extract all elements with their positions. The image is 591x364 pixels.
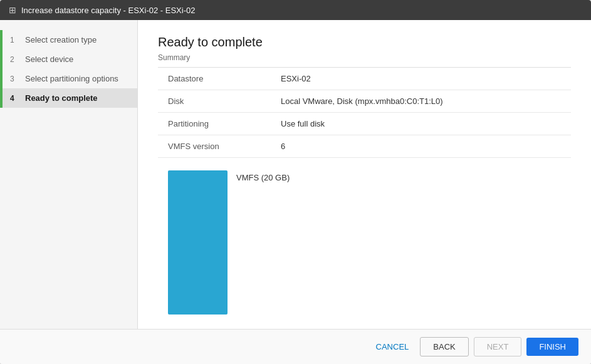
- page-title: Ready to complete: [158, 35, 571, 49]
- step-3-num: 3: [10, 75, 19, 83]
- next-button: NEXT: [474, 337, 522, 356]
- step-1-bar: [0, 30, 3, 49]
- table-cell-key: Disk: [158, 90, 271, 113]
- title-bar: ⊞ Increase datastore capacity - ESXi-02 …: [0, 0, 591, 20]
- step-2-bar: [0, 49, 3, 69]
- sidebar-step-4[interactable]: 4 Ready to complete: [0, 88, 137, 108]
- window-icon: ⊞: [9, 5, 16, 15]
- summary-table: DatastoreESXi-02DiskLocal VMware, Disk (…: [158, 68, 571, 158]
- step-3-bar: [0, 69, 3, 88]
- step-4-label: Ready to complete: [25, 93, 98, 103]
- summary-label: Summary: [158, 53, 571, 68]
- step-4-bar: [0, 88, 3, 108]
- table-cell-key: Datastore: [158, 68, 271, 90]
- sidebar: 1 Select creation type 2 Select device 3…: [0, 20, 138, 329]
- table-cell-value: ESXi-02: [271, 68, 571, 90]
- sidebar-step-3[interactable]: 3 Select partitioning options: [0, 69, 137, 88]
- step-3-label: Select partitioning options: [25, 74, 118, 83]
- table-cell-value: Local VMware, Disk (mpx.vmhba0:C0:T1:L0): [271, 90, 571, 113]
- dialog-body: 1 Select creation type 2 Select device 3…: [0, 20, 591, 329]
- disk-visual: VMFS (20 GB): [158, 170, 571, 315]
- sidebar-step-2[interactable]: 2 Select device: [0, 49, 137, 69]
- step-1-num: 1: [10, 36, 19, 44]
- table-cell-value: 6: [271, 135, 571, 158]
- table-cell-key: Partitioning: [158, 113, 271, 135]
- cancel-button[interactable]: CANCEL: [370, 338, 416, 356]
- step-2-num: 2: [10, 55, 19, 64]
- table-cell-value: Use full disk: [271, 113, 571, 135]
- finish-button[interactable]: FINISH: [526, 338, 578, 356]
- dialog-window: ⊞ Increase datastore capacity - ESXi-02 …: [0, 0, 591, 364]
- disk-label: VMFS (20 GB): [236, 173, 290, 182]
- back-button[interactable]: BACK: [420, 337, 468, 356]
- disk-bar-vmfs: [168, 170, 228, 315]
- table-row: DiskLocal VMware, Disk (mpx.vmhba0:C0:T1…: [158, 90, 571, 113]
- step-2-label: Select device: [25, 55, 73, 64]
- window-title: Increase datastore capacity - ESXi-02 - …: [21, 6, 195, 15]
- sidebar-step-1[interactable]: 1 Select creation type: [0, 30, 137, 49]
- table-row: DatastoreESXi-02: [158, 68, 571, 90]
- footer: CANCEL BACK NEXT FINISH: [0, 329, 591, 364]
- table-row: PartitioningUse full disk: [158, 113, 571, 135]
- table-cell-key: VMFS version: [158, 135, 271, 158]
- main-content: Ready to complete Summary DatastoreESXi-…: [138, 20, 591, 329]
- step-4-num: 4: [10, 94, 19, 103]
- step-1-label: Select creation type: [25, 35, 97, 44]
- table-row: VMFS version6: [158, 135, 571, 158]
